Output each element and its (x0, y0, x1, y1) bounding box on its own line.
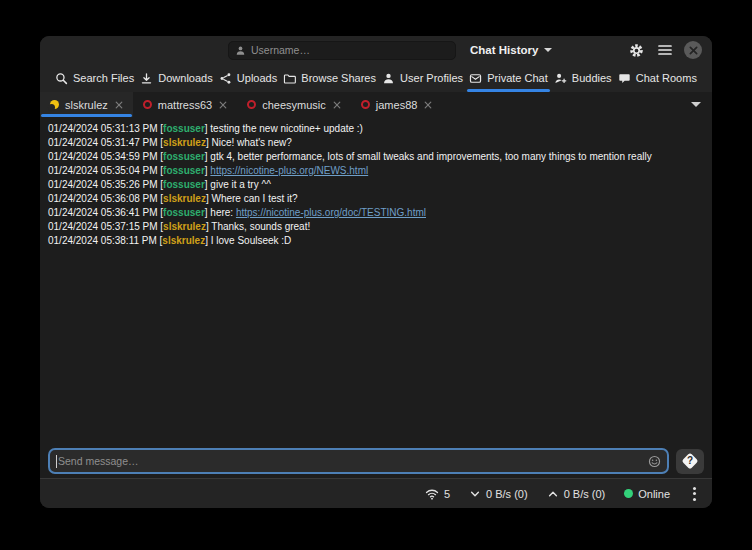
message-username[interactable]: fossuser (163, 165, 205, 176)
offline-status-icon (247, 100, 256, 109)
envelope-icon (469, 72, 482, 85)
wifi-icon (425, 488, 439, 500)
chat-command-help-button[interactable]: ? (676, 449, 704, 474)
user-icon (235, 45, 246, 56)
kebab-menu-icon (693, 487, 696, 490)
toolbar-label: Buddies (572, 72, 612, 84)
message-username[interactable]: fossuser (163, 207, 205, 218)
download-speed-status[interactable]: 0 B/s (0) (469, 488, 528, 500)
chat-tab-cheesymusic[interactable]: cheesymusic (237, 92, 351, 117)
message-timestamp: 01/24/2024 05:36:41 PM (48, 207, 160, 218)
user-icon (382, 72, 395, 85)
chat-message: 01/24/2024 05:31:47 PM [slskrulez] Nice!… (48, 136, 704, 150)
toolbar-label: Browse Shares (301, 72, 376, 84)
chat-message: 01/24/2024 05:31:13 PM [fossuser] testin… (48, 122, 704, 136)
tab-overflow-button[interactable] (680, 92, 712, 117)
tab-close-icon[interactable] (333, 101, 341, 109)
chat-tab-slskrulez[interactable]: slskrulez (40, 92, 133, 117)
folder-icon (283, 72, 296, 85)
message-username[interactable]: fossuser (163, 179, 205, 190)
toolbar-downloads[interactable]: Downloads (138, 64, 214, 92)
app-window: Chat History Search Files (40, 36, 712, 508)
composer-row: ? (40, 444, 712, 478)
chat-message: 01/24/2024 05:37:15 PM [slskrulez] Thank… (48, 220, 704, 234)
message-text: give it a try ^^ (210, 179, 271, 190)
message-timestamp: 01/24/2024 05:35:04 PM (48, 165, 160, 176)
connection-count-value: 5 (444, 488, 450, 500)
tab-label: slskrulez (65, 99, 108, 111)
away-status-icon (50, 100, 59, 109)
tab-close-icon[interactable] (219, 101, 227, 109)
desktop-background: Chat History Search Files (0, 0, 752, 550)
tab-label: mattress63 (158, 99, 212, 111)
message-timestamp: 01/24/2024 05:35:26 PM (48, 179, 160, 190)
tab-close-icon[interactable] (115, 101, 123, 109)
message-text: Where can I test it? (211, 193, 297, 204)
message-username[interactable]: slskrulez (162, 235, 205, 246)
toolbar-private-chat[interactable]: Private Chat (467, 64, 550, 92)
user-plus-icon (554, 72, 567, 85)
message-username[interactable]: fossuser (163, 123, 205, 134)
message-entry-wrap[interactable] (48, 448, 669, 474)
message-timestamp: 01/24/2024 05:36:08 PM (48, 193, 160, 204)
message-text: Thanks, sounds great! (211, 221, 310, 232)
message-username[interactable]: slskrulez (163, 137, 206, 148)
tab-label: cheesymusic (262, 99, 326, 111)
toolbar-user-profiles[interactable]: User Profiles (380, 64, 465, 92)
toolbar-label: Search Files (73, 72, 134, 84)
download-speed-value: 0 B/s (0) (486, 488, 528, 500)
toolbar-search-files[interactable]: Search Files (53, 64, 136, 92)
statusbar: 5 0 B/s (0) 0 B/s (0) Online (40, 478, 712, 508)
message-timestamp: 01/24/2024 05:31:13 PM (48, 123, 160, 134)
message-username[interactable]: fossuser (163, 151, 205, 162)
header-icons (626, 40, 702, 60)
window-close-button[interactable] (684, 41, 702, 59)
upload-speed-value: 0 B/s (0) (564, 488, 606, 500)
chat-tab-james88[interactable]: james88 (351, 92, 443, 117)
toolbar-browse-shares[interactable]: Browse Shares (281, 64, 378, 92)
emoji-picker-button[interactable] (648, 455, 661, 468)
close-icon (689, 46, 698, 55)
text-caret (56, 455, 57, 468)
search-icon (55, 72, 68, 85)
chat-message: 01/24/2024 05:36:08 PM [slskrulez] Where… (48, 192, 704, 206)
message-text: I love Soulseek :D (211, 235, 292, 246)
message-timestamp: 01/24/2024 05:37:15 PM (48, 221, 160, 232)
chat-tab-mattress63[interactable]: mattress63 (133, 92, 237, 117)
username-field-wrap[interactable] (228, 41, 456, 60)
toolbar-label: Downloads (158, 72, 212, 84)
message-username[interactable]: slskrulez (163, 221, 206, 232)
speech-bubble-icon (618, 72, 631, 85)
toolbar-label: Uploads (237, 72, 277, 84)
emoji-icon (648, 455, 661, 468)
chevron-down-icon (691, 102, 701, 107)
message-link[interactable]: https://nicotine-plus.org/NEWS.html (210, 165, 368, 176)
chat-message: 01/24/2024 05:36:41 PM [fossuser] here: … (48, 206, 704, 220)
statusbar-menu-button[interactable] (689, 485, 700, 503)
message-link[interactable]: https://nicotine-plus.org/doc/TESTING.ht… (236, 207, 426, 218)
main-menu-button[interactable] (655, 40, 675, 60)
gear-icon (629, 43, 644, 58)
toolbar-buddies[interactable]: Buddies (552, 64, 614, 92)
share-icon (219, 72, 232, 85)
online-status[interactable]: Online (624, 488, 670, 500)
username-input[interactable] (251, 44, 449, 56)
main-toolbar: Search Files Downloads Uploads Browse Sh… (40, 64, 712, 92)
toolbar-label: User Profiles (400, 72, 463, 84)
toolbar-chat-rooms[interactable]: Chat Rooms (616, 64, 699, 92)
message-input[interactable] (56, 455, 644, 467)
connection-count[interactable]: 5 (425, 488, 450, 500)
toolbar-uploads[interactable]: Uploads (217, 64, 279, 92)
chat-log[interactable]: 01/24/2024 05:31:13 PM [fossuser] testin… (40, 117, 712, 444)
message-text: testing the new nicotine+ update :) (210, 123, 363, 134)
preferences-button[interactable] (626, 40, 646, 60)
chevron-up-icon (547, 488, 559, 500)
chat-message: 01/24/2024 05:35:26 PM [fossuser] give i… (48, 178, 704, 192)
chat-message: 01/24/2024 05:35:04 PM [fossuser] https:… (48, 164, 704, 178)
tab-close-icon[interactable] (424, 101, 432, 109)
online-dot-icon (624, 489, 633, 498)
message-username[interactable]: slskrulez (163, 193, 206, 204)
upload-speed-status[interactable]: 0 B/s (0) (547, 488, 606, 500)
chat-history-button[interactable]: Chat History (464, 41, 558, 59)
message-timestamp: 01/24/2024 05:38:11 PM (48, 235, 160, 246)
